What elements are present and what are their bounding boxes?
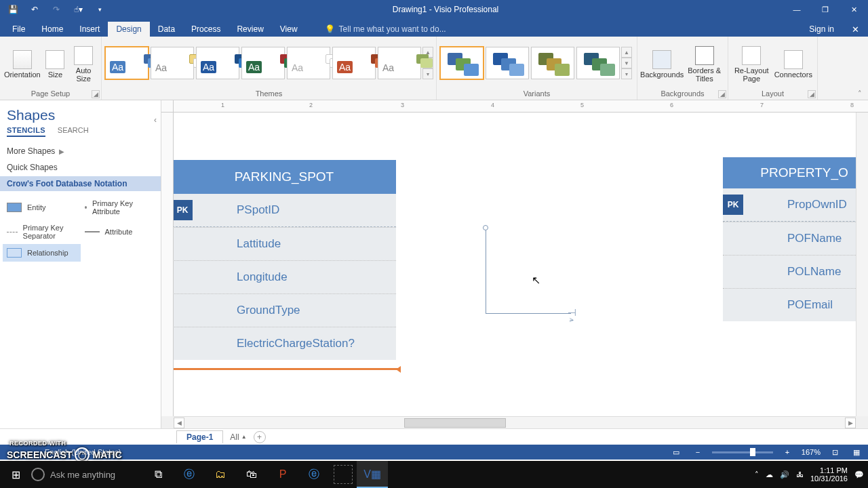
variant-swatch-1[interactable] (440, 47, 484, 79)
zoom-slider[interactable] (712, 451, 773, 453)
scroll-left-icon[interactable]: ◀ (174, 418, 184, 428)
ribbon: Orientation Size Auto Size Page Setup ◢ … (0, 37, 868, 100)
shapes-tab-stencils[interactable]: STENCILS (7, 126, 45, 137)
minimize-button[interactable]: — (783, 0, 811, 19)
scroll-thumb[interactable] (404, 418, 506, 428)
zoom-out-button[interactable]: − (690, 446, 705, 458)
tray-expand-icon[interactable]: ˄ (755, 470, 759, 479)
redo-icon[interactable]: ↷ (47, 1, 65, 18)
group-page-setup-label: Page Setup (3, 88, 98, 98)
tab-review[interactable]: Review (229, 22, 271, 37)
taskbar-app-store[interactable]: 🛍 (236, 461, 267, 488)
tray-notifications-icon[interactable]: 💬 (854, 470, 864, 479)
backgrounds-button[interactable]: Backgrounds (640, 48, 684, 79)
entity-property-owner[interactable]: PROPERTY_O PKPropOwnID POFName POLName P… (723, 157, 856, 321)
close-help-button[interactable]: ✕ (846, 22, 864, 37)
close-button[interactable]: ✕ (840, 0, 868, 19)
tab-process[interactable]: Process (183, 22, 229, 37)
tab-data[interactable]: Data (150, 22, 183, 37)
orientation-button[interactable]: Orientation (3, 48, 42, 79)
horizontal-scrollbar[interactable]: ◀ ▶ (174, 416, 856, 428)
taskbar-app-ie[interactable]: ⓔ (298, 461, 330, 488)
vertical-scrollbar[interactable] (856, 113, 868, 416)
window-title: Drawing1 - Visio Professional (108, 5, 783, 14)
tray-onedrive-icon[interactable]: ☁ (766, 470, 773, 479)
variants-gallery-arrows[interactable]: ▲▼▾ (621, 47, 632, 79)
start-button[interactable]: ⊞ (0, 461, 31, 488)
watermark-circle-icon: ◯ (75, 447, 90, 462)
page-setup-dialog-launcher[interactable]: ◢ (92, 90, 100, 98)
undo-icon[interactable]: ↶ (26, 1, 43, 18)
taskbar-app-visio[interactable]: V▦ (357, 461, 388, 488)
theme-swatch-5[interactable]: Aa (287, 47, 330, 79)
shape-primary-key-separator[interactable]: Primary Key Separator (3, 220, 81, 244)
shapes-panel: Shapes ‹ STENCILS SEARCH More Shapes▶ Qu… (0, 100, 161, 428)
all-pages-button[interactable]: All▲ (230, 432, 246, 442)
entity-parking-spot[interactable]: PARKING_SPOT PKPSpotID Lattitude Longitu… (174, 160, 396, 360)
theme-swatch-1[interactable]: Aa (105, 47, 149, 79)
theme-swatch-4[interactable]: Aa (241, 47, 285, 79)
drawing-canvas[interactable]: PARKING_SPOT PKPSpotID Lattitude Longitu… (174, 113, 856, 416)
sign-in-link[interactable]: Sign in (804, 22, 840, 37)
shapes-tab-search[interactable]: SEARCH (58, 126, 89, 137)
tab-insert[interactable]: Insert (71, 22, 108, 37)
borders-titles-button[interactable]: Borders & Titles (684, 44, 725, 83)
switch-windows-icon[interactable]: ▦ (849, 446, 864, 458)
theme-swatch-3[interactable]: Aa (196, 47, 239, 79)
shape-primary-key-attribute[interactable]: Primary Key Attribute (81, 195, 159, 220)
variant-swatch-3[interactable] (531, 47, 574, 79)
collapse-ribbon-button[interactable]: ˄ (854, 89, 865, 98)
theme-swatch-6[interactable]: Aa (332, 47, 376, 79)
zoom-level[interactable]: 167% (802, 448, 821, 456)
shapes-panel-title: Shapes (0, 100, 161, 126)
shape-relationship[interactable]: Relationship (3, 244, 81, 262)
scroll-right-icon[interactable]: ▶ (845, 418, 856, 428)
horizontal-ruler: 123 456 78 (174, 100, 868, 113)
qa-customize-icon[interactable]: ▾ (91, 1, 108, 18)
page-tab-1[interactable]: Page-1 (176, 430, 223, 443)
tab-design[interactable]: Design (108, 22, 149, 37)
quick-shapes-link[interactable]: Quick Shapes (0, 161, 161, 176)
entity-title: PARKING_SPOT (174, 160, 396, 194)
tab-view[interactable]: View (272, 22, 306, 37)
add-page-button[interactable]: + (254, 431, 266, 443)
auto-size-button[interactable]: Auto Size (68, 44, 98, 83)
tray-network-icon[interactable]: 🖧 (796, 470, 804, 479)
theme-swatch-2[interactable]: Aa (151, 47, 194, 79)
relationship-connector[interactable]: —|⪫ (486, 228, 580, 316)
theme-swatch-7[interactable]: Aa (378, 47, 421, 79)
tab-file[interactable]: File (4, 22, 33, 37)
backgrounds-dialog-launcher[interactable]: ◢ (718, 90, 726, 98)
canvas-area: 123 456 78 PARKING_SPOT PKPSpotID Lattit… (161, 100, 868, 428)
more-shapes-button[interactable]: More Shapes▶ (0, 141, 161, 161)
taskbar-app-unknown[interactable] (334, 465, 353, 484)
group-backgrounds-label: Backgrounds (640, 88, 725, 98)
vertical-ruler (161, 113, 174, 416)
shape-entity[interactable]: Entity (3, 195, 81, 220)
shapes-collapse-button[interactable]: ‹ (154, 115, 157, 125)
zoom-in-button[interactable]: + (780, 446, 795, 458)
group-themes-label: Themes (104, 88, 433, 98)
tell-me-search[interactable]: 💡Tell me what you want to do... (319, 22, 452, 37)
tab-home[interactable]: Home (33, 22, 71, 37)
touch-mode-icon[interactable]: ☝︎▾ (69, 1, 87, 18)
variant-swatch-2[interactable] (486, 47, 529, 79)
restore-button[interactable]: ❐ (811, 0, 840, 19)
taskbar-app-explorer[interactable]: 🗂 (205, 461, 236, 488)
tray-volume-icon[interactable]: 🔊 (780, 470, 789, 479)
taskbar-app-powerpoint[interactable]: P (267, 461, 298, 488)
stencil-header[interactable]: Crow's Foot Database Notation (0, 176, 161, 191)
task-view-button[interactable]: ⧉ (142, 461, 174, 488)
variant-swatch-4[interactable] (576, 47, 620, 79)
relayout-page-button[interactable]: Re-Layout Page (731, 44, 772, 83)
taskbar-app-edge[interactable]: ⓔ (174, 461, 205, 488)
presentation-mode-icon[interactable]: ▭ (669, 446, 684, 458)
tray-clock[interactable]: 1:11 PM 10/31/2016 (810, 466, 848, 483)
layout-dialog-launcher[interactable]: ◢ (808, 90, 816, 98)
shape-attribute[interactable]: Attribute (81, 220, 159, 244)
connectors-button[interactable]: Connectors (772, 48, 814, 79)
save-icon[interactable]: 💾 (4, 1, 22, 18)
fit-page-icon[interactable]: ⊡ (827, 446, 842, 458)
taskbar-search[interactable]: Ask me anything (31, 468, 115, 481)
size-button[interactable]: Size (42, 48, 69, 79)
